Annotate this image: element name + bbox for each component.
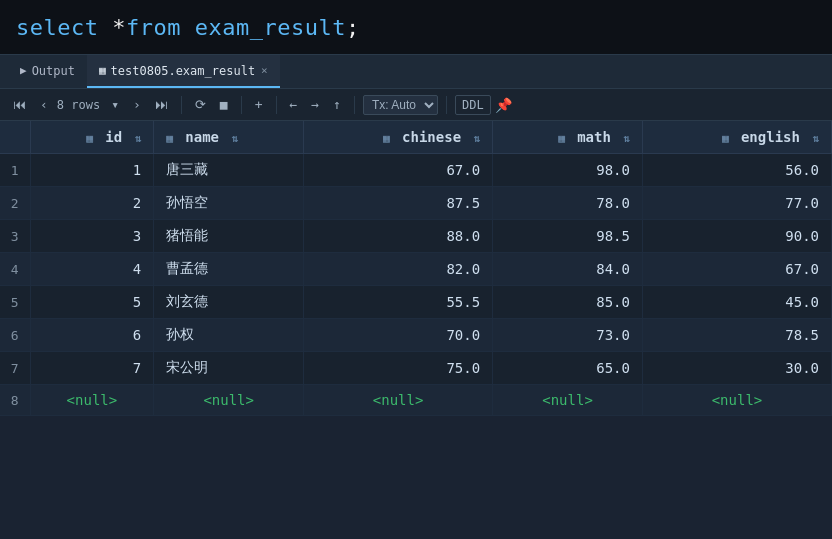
toolbar-divider-1 (181, 96, 182, 114)
english-sort-icon[interactable]: ⇅ (812, 132, 819, 145)
table-body: 11唐三藏67.098.056.022孙悟空87.578.077.033猪悟能8… (0, 154, 832, 416)
nav-next-button[interactable]: › (128, 95, 146, 114)
toolbar-divider-3 (276, 96, 277, 114)
tab-table[interactable]: ▦ test0805.exam_result × (87, 55, 280, 88)
sql-editor: select *from exam_result; (0, 0, 832, 55)
table-row: 22孙悟空87.578.077.0 (0, 187, 832, 220)
toolbar-divider-2 (241, 96, 242, 114)
cell-name: 曹孟德 (154, 253, 304, 286)
col-header-math[interactable]: ▦ math ⇅ (493, 121, 643, 154)
row-number: 4 (0, 253, 30, 286)
cell-id: 4 (30, 253, 154, 286)
cell-chinese: 87.5 (304, 187, 493, 220)
sql-code: select *from exam_result; (16, 15, 360, 40)
cell-chinese: 75.0 (304, 352, 493, 385)
row-number: 8 (0, 385, 30, 416)
nav-first-button[interactable]: ⏮ (8, 95, 31, 114)
cell-math: 73.0 (493, 319, 643, 352)
name-sort-icon[interactable]: ⇅ (231, 132, 238, 145)
pin-button[interactable]: 📌 (495, 97, 512, 113)
cell-id: 3 (30, 220, 154, 253)
sql-asterisk: * (112, 15, 126, 40)
sql-keyword-from: from (126, 15, 181, 40)
row-count-label: 8 rows (57, 98, 100, 112)
cell-chinese: 67.0 (304, 154, 493, 187)
cell-name: 孙悟空 (154, 187, 304, 220)
cell-name: 猪悟能 (154, 220, 304, 253)
math-sort-icon[interactable]: ⇅ (623, 132, 630, 145)
commit-button[interactable]: ↑ (328, 95, 346, 114)
col-header-english[interactable]: ▦ english ⇅ (642, 121, 831, 154)
redo-button[interactable]: → (306, 95, 324, 114)
tx-select[interactable]: Tx: Auto (363, 95, 438, 115)
ddl-button[interactable]: DDL (455, 95, 491, 115)
add-button[interactable]: + (250, 95, 268, 114)
row-number: 1 (0, 154, 30, 187)
tab-close-button[interactable]: × (261, 64, 268, 77)
cell-name: 孙权 (154, 319, 304, 352)
output-icon: ▶ (20, 64, 27, 77)
chinese-sort-icon[interactable]: ⇅ (473, 132, 480, 145)
cell-name: <null> (154, 385, 304, 416)
cell-chinese: 70.0 (304, 319, 493, 352)
table-row: 33猪悟能88.098.590.0 (0, 220, 832, 253)
table-header-row: ▦ id ⇅ ▦ name ⇅ ▦ chinese ⇅ (0, 121, 832, 154)
cell-chinese: 55.5 (304, 286, 493, 319)
math-col-icon: ▦ (558, 132, 565, 145)
cell-name: 宋公明 (154, 352, 304, 385)
row-count-dropdown[interactable]: ▾ (106, 95, 124, 114)
row-num-header (0, 121, 30, 154)
cell-math: <null> (493, 385, 643, 416)
col-header-id[interactable]: ▦ id ⇅ (30, 121, 154, 154)
cell-id: 6 (30, 319, 154, 352)
cell-id: 2 (30, 187, 154, 220)
cell-name: 唐三藏 (154, 154, 304, 187)
table-row: 11唐三藏67.098.056.0 (0, 154, 832, 187)
col-header-name[interactable]: ▦ name ⇅ (154, 121, 304, 154)
undo-button[interactable]: ← (285, 95, 303, 114)
cell-english: 30.0 (642, 352, 831, 385)
col-header-chinese[interactable]: ▦ chinese ⇅ (304, 121, 493, 154)
table-row: 55刘玄德55.585.045.0 (0, 286, 832, 319)
tab-table-label: test0805.exam_result (111, 64, 256, 78)
cell-english: 56.0 (642, 154, 831, 187)
table-container: ▦ id ⇅ ▦ name ⇅ ▦ chinese ⇅ (0, 121, 832, 539)
toolbar-divider-4 (354, 96, 355, 114)
nav-prev-button[interactable]: ‹ (35, 95, 53, 114)
cell-english: 67.0 (642, 253, 831, 286)
table-row: 8<null><null><null><null><null> (0, 385, 832, 416)
name-col-icon: ▦ (166, 132, 173, 145)
toolbar-divider-5 (446, 96, 447, 114)
cell-name: 刘玄德 (154, 286, 304, 319)
cell-chinese: <null> (304, 385, 493, 416)
cell-id: 7 (30, 352, 154, 385)
tabs-bar: ▶ Output ▦ test0805.exam_result × (0, 55, 832, 89)
result-table: ▦ id ⇅ ▦ name ⇅ ▦ chinese ⇅ (0, 121, 832, 416)
cell-chinese: 82.0 (304, 253, 493, 286)
table-row: 66孙权70.073.078.5 (0, 319, 832, 352)
table-row: 77宋公明75.065.030.0 (0, 352, 832, 385)
cell-math: 98.0 (493, 154, 643, 187)
id-sort-icon[interactable]: ⇅ (135, 132, 142, 145)
main-content: select *from exam_result; ▶ Output ▦ tes… (0, 0, 832, 539)
refresh-button[interactable]: ⟳ (190, 95, 211, 114)
id-col-icon: ▦ (86, 132, 93, 145)
table-icon: ▦ (99, 64, 106, 77)
sql-keyword-select: select (16, 15, 98, 40)
row-number: 3 (0, 220, 30, 253)
row-number: 7 (0, 352, 30, 385)
chinese-col-icon: ▦ (383, 132, 390, 145)
english-col-icon: ▦ (722, 132, 729, 145)
cell-id: 1 (30, 154, 154, 187)
cell-id: <null> (30, 385, 154, 416)
stop-button[interactable]: ■ (215, 95, 233, 114)
tab-output[interactable]: ▶ Output (8, 55, 87, 88)
cell-english: 77.0 (642, 187, 831, 220)
cell-english: 78.5 (642, 319, 831, 352)
cell-english: 45.0 (642, 286, 831, 319)
cell-math: 65.0 (493, 352, 643, 385)
tab-output-label: Output (32, 64, 75, 78)
nav-last-button[interactable]: ⏭ (150, 95, 173, 114)
cell-math: 78.0 (493, 187, 643, 220)
cell-math: 98.5 (493, 220, 643, 253)
